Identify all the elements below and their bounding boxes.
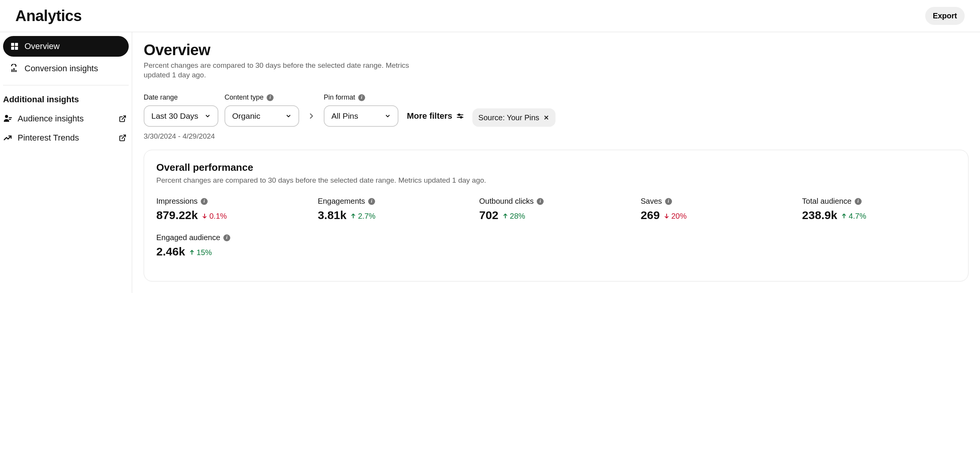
- external-link-icon: [119, 134, 126, 142]
- metric-saves[interactable]: Saves i 269 20%: [641, 197, 794, 222]
- audience-icon: [3, 114, 12, 123]
- svg-rect-6: [15, 70, 16, 72]
- filter-content-type: Content type i Organic: [225, 93, 299, 127]
- metric-label: Saves: [641, 197, 662, 206]
- dropdown-value: All Pins: [331, 111, 358, 121]
- metric-change: 15%: [189, 248, 212, 257]
- svg-rect-3: [15, 47, 18, 50]
- date-range-text: 3/30/2024 - 4/29/2024: [144, 132, 969, 141]
- sidebar-item-overview[interactable]: Overview: [3, 36, 129, 57]
- metric-value: 269: [641, 209, 660, 222]
- metric-change: 4.7%: [841, 212, 866, 221]
- main-subtext: Percent changes are compared to 30 days …: [144, 61, 412, 80]
- info-icon[interactable]: i: [855, 198, 862, 205]
- arrow-down-icon: [202, 213, 208, 219]
- chevron-down-icon: [385, 113, 391, 119]
- sidebar-item-conversion-insights[interactable]: Conversion insights: [3, 58, 129, 79]
- filter-pin-format: Pin format i All Pins: [324, 93, 398, 127]
- metric-change: 28%: [502, 212, 525, 221]
- svg-rect-2: [11, 47, 14, 50]
- info-icon[interactable]: i: [267, 94, 274, 101]
- dropdown-value: Last 30 Days: [151, 111, 198, 121]
- performance-subtext: Percent changes are compared to 30 days …: [156, 176, 956, 185]
- chevron-right-icon: [305, 105, 318, 127]
- metric-engagements[interactable]: Engagements i 3.81k 2.7%: [318, 197, 471, 222]
- sidebar-section-heading: Additional insights: [3, 92, 129, 109]
- metric-value: 879.22k: [156, 209, 198, 222]
- filter-label: Date range: [144, 93, 178, 101]
- pin-format-dropdown[interactable]: All Pins: [324, 105, 398, 127]
- info-icon[interactable]: i: [537, 198, 544, 205]
- svg-rect-0: [11, 43, 14, 46]
- filter-label: Content type: [225, 93, 264, 101]
- sidebar-item-label: Audience insights: [18, 114, 84, 124]
- metric-label: Engagements: [318, 197, 365, 206]
- sidebar-item-audience-insights[interactable]: Audience insights: [3, 109, 129, 128]
- metric-engaged-audience[interactable]: Engaged audience i 2.46k 15%: [156, 233, 310, 258]
- performance-title: Overall performance: [156, 162, 956, 173]
- sidebar-item-label: Conversion insights: [25, 64, 98, 74]
- info-icon[interactable]: i: [201, 198, 208, 205]
- more-filters-button[interactable]: More filters: [405, 105, 466, 127]
- metric-value: 2.46k: [156, 245, 185, 258]
- filters-row: Date range Last 30 Days Content type i O…: [144, 93, 969, 127]
- metric-change: 20%: [664, 212, 687, 221]
- svg-rect-1: [15, 43, 18, 46]
- metric-outbound-clicks[interactable]: Outbound clicks i 702 28%: [479, 197, 633, 222]
- arrow-up-icon: [189, 249, 195, 255]
- performance-card: Overall performance Percent changes are …: [144, 150, 969, 281]
- sidebar-item-pinterest-trends[interactable]: Pinterest Trends: [3, 128, 129, 147]
- arrow-up-icon: [350, 213, 356, 219]
- sidebar-item-label: Overview: [25, 41, 60, 51]
- filter-chip-source: Source: Your Pins: [472, 108, 556, 127]
- conversion-icon: [10, 64, 19, 73]
- main-content: Overview Percent changes are compared to…: [132, 32, 980, 293]
- chevron-down-icon: [205, 113, 211, 119]
- svg-point-11: [458, 114, 460, 116]
- info-icon[interactable]: i: [368, 198, 375, 205]
- metrics-grid: Impressions i 879.22k 0.1%: [156, 197, 956, 258]
- trends-icon: [3, 133, 12, 142]
- metric-change: 2.7%: [350, 212, 375, 221]
- sliders-icon: [456, 112, 464, 120]
- page-title: Analytics: [15, 7, 82, 25]
- svg-point-7: [5, 115, 8, 118]
- filter-label: Pin format: [324, 93, 355, 101]
- arrow-up-icon: [841, 213, 847, 219]
- metric-label: Impressions: [156, 197, 198, 206]
- metric-label: Outbound clicks: [479, 197, 534, 206]
- chevron-down-icon: [285, 113, 292, 119]
- sidebar: Overview Conversion insights Additional …: [0, 32, 132, 293]
- metric-total-audience[interactable]: Total audience i 238.9k 4.7%: [802, 197, 956, 222]
- info-icon[interactable]: i: [665, 198, 672, 205]
- main-title: Overview: [144, 41, 969, 59]
- metric-label: Engaged audience: [156, 233, 220, 242]
- sidebar-item-label: Pinterest Trends: [18, 133, 79, 143]
- metric-value: 238.9k: [802, 209, 837, 222]
- svg-rect-5: [13, 68, 15, 72]
- metric-value: 3.81k: [318, 209, 346, 222]
- metric-impressions[interactable]: Impressions i 879.22k 0.1%: [156, 197, 310, 222]
- dropdown-value: Organic: [232, 111, 261, 121]
- info-icon[interactable]: i: [358, 94, 365, 101]
- metric-value: 702: [479, 209, 498, 222]
- metric-label: Total audience: [802, 197, 852, 206]
- date-range-dropdown[interactable]: Last 30 Days: [144, 105, 218, 127]
- grid-icon: [10, 42, 19, 51]
- arrow-up-icon: [502, 213, 508, 219]
- svg-rect-8: [9, 117, 12, 118]
- more-filters-label: More filters: [407, 111, 452, 121]
- metric-change: 0.1%: [202, 212, 227, 221]
- info-icon[interactable]: i: [223, 234, 230, 241]
- svg-rect-4: [11, 69, 13, 72]
- divider: [3, 85, 129, 85]
- chip-label: Source: Your Pins: [479, 113, 539, 122]
- close-icon[interactable]: [543, 115, 549, 121]
- svg-rect-9: [9, 119, 11, 120]
- external-link-icon: [119, 115, 126, 123]
- svg-point-13: [460, 117, 462, 118]
- export-button[interactable]: Export: [925, 7, 965, 25]
- arrow-down-icon: [664, 213, 670, 219]
- filter-date-range: Date range Last 30 Days: [144, 93, 218, 127]
- content-type-dropdown[interactable]: Organic: [225, 105, 299, 127]
